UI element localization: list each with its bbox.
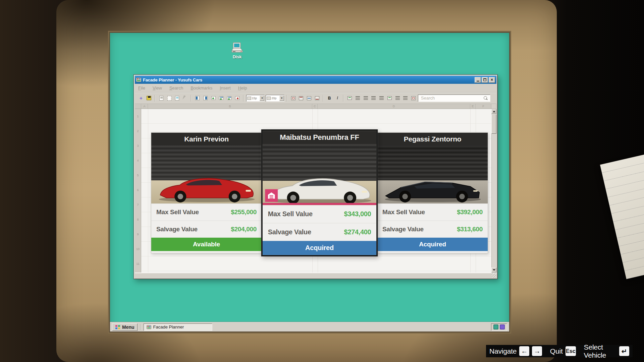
- vehicle-photo: [263, 144, 376, 205]
- scroll-up-button[interactable]: [491, 109, 496, 114]
- column-left-button[interactable]: [194, 95, 201, 102]
- salvage-value: $313,600: [457, 226, 483, 233]
- system-tray: [491, 323, 507, 331]
- image-icon: [175, 96, 179, 101]
- spreadsheet-grid[interactable]: 1 2 3 4 5 6 7 8 9 10 11: [135, 109, 496, 273]
- row-header[interactable]: 11: [135, 256, 141, 271]
- border-inner-icon: [307, 96, 311, 100]
- column-header[interactable]: A: [141, 104, 148, 109]
- column-header[interactable]: E: [470, 104, 476, 109]
- menu-file[interactable]: File: [138, 85, 145, 90]
- max-sell-row: Max Sell Value $255,000: [151, 203, 262, 221]
- insert-row-button[interactable]: [218, 95, 225, 102]
- menu-search[interactable]: Search: [169, 85, 183, 90]
- row-header-column: 1 2 3 4 5 6 7 8 9 10 11: [135, 109, 141, 273]
- row-header[interactable]: 5: [135, 168, 141, 183]
- select-button[interactable]: [182, 95, 189, 102]
- page-setup-button[interactable]: [166, 95, 173, 102]
- indent-left-button[interactable]: [370, 95, 377, 102]
- scrollbar-track[interactable]: [491, 134, 496, 267]
- maximize-button[interactable]: [482, 77, 488, 83]
- row-header[interactable]: 9: [135, 227, 141, 242]
- task-facade-planner[interactable]: Facade Planner: [144, 323, 212, 331]
- row-header[interactable]: 1: [135, 109, 141, 124]
- menu-insert[interactable]: Insert: [220, 85, 231, 90]
- row-header[interactable]: 3: [135, 138, 141, 153]
- toolbar-separator: [191, 95, 192, 102]
- menu-view[interactable]: View: [153, 85, 162, 90]
- scrollbar-thumb[interactable]: [491, 114, 496, 134]
- border-bottom-button[interactable]: [314, 95, 321, 102]
- search-icon: [483, 96, 488, 101]
- align-middle-button[interactable]: [394, 95, 401, 102]
- vehicle-card-previon[interactable]: Karin Previon M: [151, 132, 262, 253]
- purple-app-icon[interactable]: [500, 324, 505, 329]
- new-button[interactable]: +: [138, 95, 145, 102]
- vehicle-card-penumbra-selected[interactable]: Maibatsu Penumbra FF: [261, 129, 378, 256]
- align-left-button[interactable]: [354, 95, 361, 102]
- row-header[interactable]: 6: [135, 183, 141, 197]
- italic-button[interactable]: I: [334, 95, 341, 102]
- plus-icon: +: [140, 96, 143, 101]
- scroll-down-button[interactable]: [491, 267, 496, 273]
- task-app-icon: [147, 325, 151, 329]
- minimize-button[interactable]: [475, 77, 481, 83]
- arrow-up-icon: [493, 111, 495, 112]
- border-top-button[interactable]: [298, 95, 305, 102]
- vehicle-photo: [151, 145, 262, 203]
- close-button[interactable]: ×: [489, 77, 495, 83]
- search-input[interactable]: [418, 96, 483, 101]
- column-header[interactable]: B: [148, 104, 312, 109]
- row-header[interactable]: 2: [135, 124, 141, 138]
- window-titlebar[interactable]: Facade Planner - Yusufs Cars ×: [135, 76, 496, 84]
- align-middle-icon: [395, 96, 400, 100]
- row-height-combo[interactable]: 15p ▼: [246, 95, 265, 102]
- border-outline-button[interactable]: [290, 95, 297, 102]
- row-header[interactable]: 4: [135, 153, 141, 168]
- align-top-button[interactable]: [386, 95, 393, 102]
- arrow-right-key-icon: →: [532, 346, 542, 356]
- row-header[interactable]: 10: [135, 242, 141, 256]
- white-coupe-car: [266, 164, 376, 205]
- column-header[interactable]: D: [318, 104, 470, 109]
- window-title: Facade Planner - Yusufs Cars: [143, 77, 473, 82]
- indent-right-button[interactable]: [378, 95, 385, 102]
- monitor-screen: Disk Work Do Cars Brow: [110, 33, 509, 331]
- column-header[interactable]: F: [476, 104, 491, 109]
- merge-cells-icon: [347, 96, 352, 100]
- print-button[interactable]: [158, 95, 165, 102]
- status-badge: Acquired: [377, 238, 488, 251]
- menu-help[interactable]: Help: [238, 85, 247, 90]
- row-header[interactable]: 7: [135, 197, 141, 212]
- black-supercar-car: [381, 165, 485, 203]
- border-inner-button[interactable]: [306, 95, 313, 102]
- selected-stripe: [263, 203, 376, 205]
- column-width-combo[interactable]: 20p ▼: [266, 95, 284, 102]
- salvage-row: Salvage Value $313,600: [377, 221, 488, 238]
- menu-bookmarks[interactable]: Bookmarks: [191, 85, 212, 90]
- taskbar: Menu Facade Planner: [110, 322, 509, 331]
- insert-image-button[interactable]: [174, 95, 181, 102]
- merge-cells-button[interactable]: [346, 95, 353, 102]
- max-sell-value: $255,000: [231, 208, 257, 216]
- insert-cell-button[interactable]: [210, 95, 217, 102]
- vehicle-card-zentorno[interactable]: Pegassi Zentorno: [377, 132, 488, 253]
- align-bottom-button[interactable]: [402, 95, 409, 102]
- start-menu-button[interactable]: Menu: [112, 323, 138, 331]
- column-right-button[interactable]: [202, 95, 209, 102]
- column-width-value: 20p: [271, 97, 279, 100]
- insert-col-button[interactable]: [226, 95, 233, 102]
- bold-button[interactable]: B: [326, 95, 333, 102]
- align-center-button[interactable]: [362, 95, 369, 102]
- vertical-scrollbar[interactable]: [491, 109, 496, 273]
- garage-icon: [267, 191, 276, 200]
- resize-grip[interactable]: [492, 273, 496, 278]
- green-row-icon: [219, 96, 223, 100]
- cell-format-button[interactable]: [410, 95, 417, 102]
- column-header[interactable]: C: [312, 104, 318, 109]
- record-button[interactable]: [234, 95, 241, 102]
- teal-app-icon[interactable]: [493, 324, 498, 329]
- save-button[interactable]: [146, 95, 153, 102]
- row-header[interactable]: 8: [135, 212, 141, 227]
- desktop-icon-disk[interactable]: Disk: [227, 42, 247, 59]
